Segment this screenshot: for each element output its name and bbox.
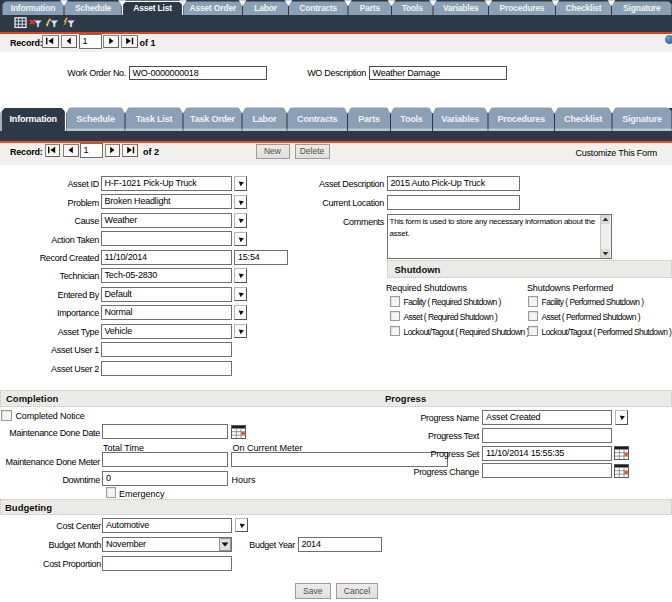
svg-text:Labor: Labor (252, 114, 277, 124)
svg-text:Parts: Parts (360, 3, 381, 13)
svg-text:Schedule: Schedule (75, 3, 112, 13)
svg-text:Labor: Labor (254, 3, 278, 13)
svg-text:Contracts: Contracts (299, 3, 337, 13)
svg-text:Signature: Signature (623, 3, 661, 13)
svg-text:Tools: Tools (400, 114, 423, 124)
svg-text:Parts: Parts (358, 114, 380, 124)
svg-text:Checklist: Checklist (566, 3, 602, 13)
svg-text:Contracts: Contracts (297, 114, 337, 124)
svg-text:Variables: Variables (441, 114, 479, 124)
svg-text:Asset Order: Asset Order (190, 3, 237, 13)
svg-text:Schedule: Schedule (76, 114, 115, 124)
svg-text:Checklist: Checklist (564, 114, 602, 124)
svg-text:Task Order: Task Order (190, 114, 236, 124)
svg-text:Variables: Variables (443, 3, 479, 13)
svg-text:Procedures: Procedures (500, 3, 545, 13)
svg-text:Task List: Task List (136, 114, 173, 124)
svg-text:Signature: Signature (622, 114, 662, 124)
svg-text:Information: Information (10, 114, 57, 124)
svg-text:Asset List: Asset List (133, 3, 172, 13)
svg-text:Tools: Tools (402, 3, 424, 13)
svg-text:Information: Information (11, 3, 56, 13)
svg-text:Procedures: Procedures (497, 114, 545, 124)
